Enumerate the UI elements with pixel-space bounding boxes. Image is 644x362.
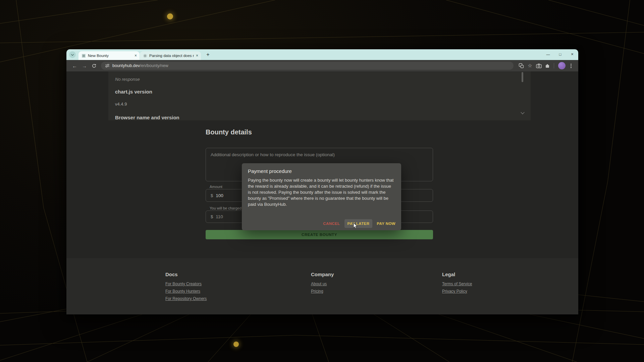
bounty-details-heading: Bounty details [206, 128, 252, 136]
tab-title: New Bounty [88, 54, 132, 58]
footer-link-terms[interactable]: Terms of Service [442, 282, 472, 286]
scroll-down-icon[interactable] [521, 110, 524, 114]
browser-toolbar: ← → bountyhub.dev/en/bounty/new ☆ [66, 60, 578, 71]
menu-icon[interactable] [568, 61, 574, 70]
tab-title: Parsing data object does not al... [149, 54, 194, 58]
footer-link-privacy[interactable]: Privacy Policy [442, 289, 472, 294]
tab-strip: New Bounty × Parsing data object does no… [66, 49, 578, 60]
footer-link-bounty-hunters[interactable]: For Bounty Hunters [165, 289, 207, 294]
toolbar-divider [554, 63, 554, 68]
footer-link-repository-owners[interactable]: For Repository Owners [165, 296, 207, 301]
footer-link-bounty-creators[interactable]: For Bounty Creators [165, 282, 207, 286]
minimize-button[interactable]: — [542, 49, 554, 60]
dialog-body: Paying the bounty now will create a boun… [242, 174, 401, 207]
footer-link-about-us[interactable]: About us [311, 282, 334, 286]
maximize-button[interactable]: □ [554, 49, 566, 60]
footer-column-title: Docs [165, 272, 207, 277]
charged-value: 110 [216, 214, 223, 219]
tab-close-icon[interactable]: × [194, 53, 198, 58]
issue-chartjs-heading: chart.js version [115, 89, 523, 95]
new-tab-button[interactable]: + [204, 51, 212, 59]
payment-procedure-dialog: Payment procedure Paying the bounty now … [242, 163, 401, 230]
footer-docs-column: Docs For Bounty Creators For Bounty Hunt… [165, 258, 207, 304]
forward-button[interactable]: → [79, 63, 89, 68]
issue-no-response: No response [115, 77, 523, 82]
dialog-actions: CANCEL PAY LATER PAY NOW [320, 219, 398, 228]
footer-link-pricing[interactable]: Pricing [311, 289, 334, 294]
url-host: bountyhub.dev [112, 63, 140, 68]
tab-search-button[interactable] [69, 51, 76, 58]
mouse-cursor [353, 223, 359, 229]
url-path: /en/bounty/new [140, 63, 168, 68]
tab-parsing-data[interactable]: Parsing data object does not al... × [140, 51, 201, 60]
footer-company-column: Company About us Pricing [311, 258, 334, 296]
issue-browser-heading: Browser name and version [115, 115, 523, 120]
footer-column-title: Legal [442, 272, 472, 277]
window-controls: — □ × [542, 49, 578, 60]
chevron-down-icon [71, 53, 74, 55]
tab-favicon-icon [143, 54, 147, 58]
footer-legal-column: Legal Terms of Service Privacy Policy [442, 258, 472, 296]
url-bar[interactable]: bountyhub.dev/en/bounty/new [101, 62, 514, 70]
desktop-glow-dot [233, 342, 239, 347]
pay-now-button[interactable]: PAY NOW [374, 219, 398, 228]
reload-button[interactable] [89, 63, 99, 68]
dialog-title: Payment procedure [242, 163, 401, 174]
extensions-icon[interactable] [543, 61, 552, 70]
site-info-icon [105, 63, 110, 68]
scrollbar-thumb[interactable] [522, 72, 523, 82]
charged-label: You will be charged [210, 206, 241, 210]
tab-favicon-icon [82, 54, 86, 58]
issue-preview-panel: No response chart.js version v4.4.9 Brow… [108, 71, 531, 120]
footer-column-title: Company [311, 272, 334, 277]
tab-close-icon[interactable]: × [132, 53, 137, 58]
currency-prefix: $ [211, 193, 213, 198]
currency-prefix: $ [211, 214, 213, 219]
issue-chartjs-value: v4.4.9 [115, 102, 523, 107]
page-footer: Docs For Bounty Creators For Bounty Hunt… [66, 258, 578, 314]
close-window-button[interactable]: × [566, 49, 578, 60]
browser-window: New Bounty × Parsing data object does no… [66, 49, 578, 314]
amount-label: Amount [210, 185, 222, 189]
tab-new-bounty[interactable]: New Bounty × [78, 51, 140, 60]
reload-icon [92, 63, 97, 68]
profile-avatar[interactable] [558, 62, 566, 69]
translate-icon[interactable] [517, 61, 526, 70]
desktop-glow-dot [167, 13, 173, 19]
back-button[interactable]: ← [70, 63, 79, 68]
bookmark-star-icon[interactable]: ☆ [526, 61, 534, 70]
camera-icon[interactable] [534, 61, 543, 70]
cancel-button[interactable]: CANCEL [320, 219, 343, 228]
amount-value: 100 [216, 193, 223, 198]
create-bounty-button[interactable]: CREATE BOUNTY [206, 230, 433, 239]
